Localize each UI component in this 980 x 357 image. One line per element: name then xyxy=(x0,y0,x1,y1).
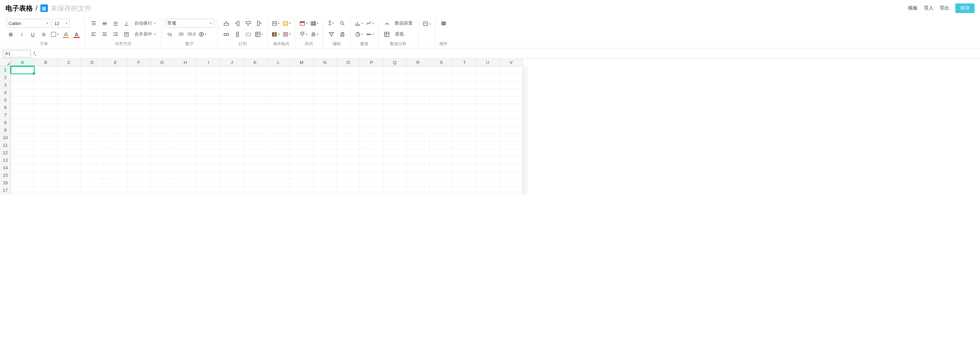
col-header-K[interactable]: K xyxy=(243,59,267,66)
cell-L11[interactable] xyxy=(267,141,290,149)
cell-F16[interactable] xyxy=(127,179,151,187)
cell-K7[interactable] xyxy=(243,111,267,119)
cell-U5[interactable] xyxy=(476,97,500,104)
cell-C13[interactable] xyxy=(57,157,81,164)
cell-E4[interactable] xyxy=(104,89,127,97)
formula-input[interactable] xyxy=(39,50,977,57)
cell-Q13[interactable] xyxy=(383,157,407,164)
cell-D16[interactable] xyxy=(81,179,104,187)
col-header-P[interactable]: P xyxy=(360,59,383,66)
cell-Q16[interactable] xyxy=(383,179,407,187)
cell-M9[interactable] xyxy=(290,127,313,134)
cell-A11[interactable] xyxy=(11,141,34,149)
cell-F14[interactable] xyxy=(127,164,151,172)
insert-col-right-button[interactable] xyxy=(254,19,264,28)
cell-R12[interactable] xyxy=(407,149,430,157)
cell-M4[interactable] xyxy=(290,89,313,97)
cell-M3[interactable] xyxy=(290,81,313,89)
cell-L10[interactable] xyxy=(267,134,290,141)
cell-U16[interactable] xyxy=(476,179,500,187)
cell-I10[interactable] xyxy=(197,134,220,141)
cell-R8[interactable] xyxy=(407,119,430,127)
cell-L4[interactable] xyxy=(267,89,290,97)
cell-M15[interactable] xyxy=(290,172,313,179)
cell-S11[interactable] xyxy=(430,141,453,149)
cell-I12[interactable] xyxy=(197,149,220,157)
cell-B9[interactable] xyxy=(34,127,57,134)
cell-L13[interactable] xyxy=(267,157,290,164)
cell-D15[interactable] xyxy=(81,172,104,179)
col-header-E[interactable]: E xyxy=(104,59,127,66)
cell-K16[interactable] xyxy=(243,179,267,187)
cell-Q1[interactable] xyxy=(383,66,407,74)
cell-J14[interactable] xyxy=(220,164,243,172)
cell-P15[interactable] xyxy=(360,172,383,179)
cell-G4[interactable] xyxy=(151,89,174,97)
cell-J6[interactable] xyxy=(220,104,243,111)
col-header-R[interactable]: R xyxy=(407,59,430,66)
valign-middle-button[interactable] xyxy=(100,19,109,28)
cell-J7[interactable] xyxy=(220,111,243,119)
cell-J15[interactable] xyxy=(220,172,243,179)
cell-G6[interactable] xyxy=(151,104,174,111)
cell-Q8[interactable] xyxy=(383,119,407,127)
cell-M6[interactable] xyxy=(290,104,313,111)
cell-P4[interactable] xyxy=(360,89,383,97)
cell-J10[interactable] xyxy=(220,134,243,141)
cell-O9[interactable] xyxy=(337,127,360,134)
cell-G17[interactable] xyxy=(151,187,174,194)
col-header-O[interactable]: O xyxy=(337,59,360,66)
cell-H16[interactable] xyxy=(174,179,197,187)
cell-H11[interactable] xyxy=(174,141,197,149)
cell-style-button[interactable]: ▾ xyxy=(299,19,308,28)
row-header-11[interactable]: 11 xyxy=(0,141,11,149)
cell-Q10[interactable] xyxy=(383,134,407,141)
table-style-button[interactable]: ▾ xyxy=(310,19,319,28)
cell-D12[interactable] xyxy=(81,149,104,157)
cell-R13[interactable] xyxy=(407,157,430,164)
cell-R1[interactable] xyxy=(407,66,430,74)
cell-K17[interactable] xyxy=(243,187,267,194)
cell-S1[interactable] xyxy=(430,66,453,74)
cell-V2[interactable] xyxy=(500,74,523,81)
currency-button[interactable]: ▾ xyxy=(198,30,207,39)
cell-R14[interactable] xyxy=(407,164,430,172)
cell-G14[interactable] xyxy=(151,164,174,172)
cell-U7[interactable] xyxy=(476,111,500,119)
pivot-button[interactable]: 透视 xyxy=(393,30,406,39)
cell-K4[interactable] xyxy=(243,89,267,97)
cell-D17[interactable] xyxy=(81,187,104,194)
cell-R4[interactable] xyxy=(407,89,430,97)
insert-row-above-button[interactable] xyxy=(221,19,231,28)
cell-L12[interactable] xyxy=(267,149,290,157)
cell-V16[interactable] xyxy=(500,179,523,187)
cell-B8[interactable] xyxy=(34,119,57,127)
line-chart-button[interactable]: ▾ xyxy=(365,19,375,28)
cell-G8[interactable] xyxy=(151,119,174,127)
underline-button[interactable]: U xyxy=(28,30,38,39)
cell-L2[interactable] xyxy=(267,74,290,81)
cell-J9[interactable] xyxy=(220,127,243,134)
cell-O17[interactable] xyxy=(337,187,360,194)
cell-I13[interactable] xyxy=(197,157,220,164)
cell-B13[interactable] xyxy=(34,157,57,164)
cell-P1[interactable] xyxy=(360,66,383,74)
cell-T13[interactable] xyxy=(453,157,476,164)
cell-S8[interactable] xyxy=(430,119,453,127)
number-format-select[interactable]: 常规 ▾ xyxy=(165,19,214,28)
format-painter-button[interactable]: ▾ xyxy=(299,30,308,39)
cell-C2[interactable] xyxy=(57,74,81,81)
cell-M16[interactable] xyxy=(290,179,313,187)
cell-T4[interactable] xyxy=(453,89,476,97)
cell-M5[interactable] xyxy=(290,97,313,104)
cell-Q15[interactable] xyxy=(383,172,407,179)
cell-E7[interactable] xyxy=(104,111,127,119)
cell-N4[interactable] xyxy=(313,89,337,97)
cell-B15[interactable] xyxy=(34,172,57,179)
cell-N7[interactable] xyxy=(313,111,337,119)
cell-K11[interactable] xyxy=(243,141,267,149)
cell-E16[interactable] xyxy=(104,179,127,187)
cell-K9[interactable] xyxy=(243,127,267,134)
cell-K6[interactable] xyxy=(243,104,267,111)
cell-O4[interactable] xyxy=(337,89,360,97)
